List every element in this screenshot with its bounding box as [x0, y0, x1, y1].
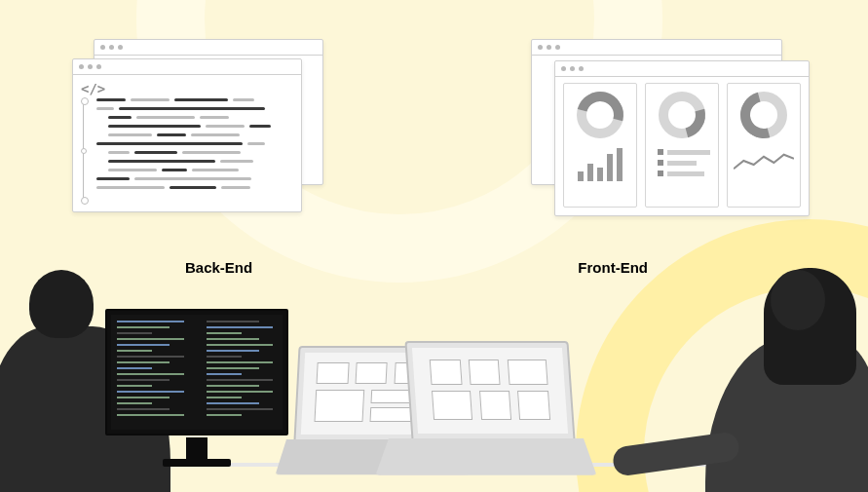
window-titlebar	[73, 59, 301, 75]
frontend-illustration	[527, 39, 810, 218]
developer-right-figure	[545, 248, 868, 492]
dashboard-panel	[645, 83, 719, 208]
dashboard-panel	[563, 83, 637, 208]
code-lines	[96, 98, 291, 195]
dashboard-window-front	[554, 60, 810, 216]
bar-chart-icon	[570, 144, 630, 181]
dashboard-panels	[563, 83, 801, 208]
line-chart-icon	[734, 144, 794, 181]
laptop-wireframe-right	[391, 341, 576, 473]
horizontal-bar-icon	[652, 144, 712, 181]
window-titlebar	[555, 61, 809, 77]
donut-chart-icon	[740, 92, 787, 138]
monitor-code	[105, 309, 288, 435]
donut-chart-icon	[659, 92, 705, 138]
window-titlebar	[94, 40, 322, 56]
donut-chart-icon	[577, 92, 623, 138]
window-titlebar	[532, 40, 781, 56]
dashboard-panel	[727, 83, 801, 208]
code-window-front: </>	[72, 58, 302, 212]
code-brackets-icon: </>	[81, 81, 105, 96]
backend-illustration: </>	[72, 39, 325, 214]
